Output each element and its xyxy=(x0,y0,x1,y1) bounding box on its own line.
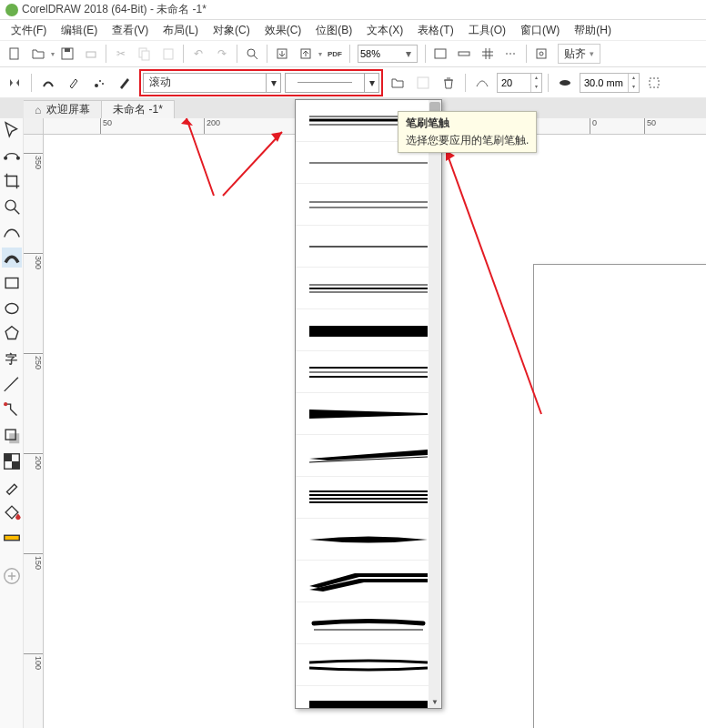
ruler-corner[interactable] xyxy=(24,118,44,135)
title-bar: CorelDRAW 2018 (64-Bit) - 未命名 -1* xyxy=(0,0,706,20)
menu-text[interactable]: 文本(X) xyxy=(361,21,408,40)
brush-item[interactable] xyxy=(296,477,441,519)
browse-folder-button[interactable] xyxy=(387,72,408,94)
brush-item[interactable] xyxy=(296,268,441,309)
print-button[interactable] xyxy=(80,43,102,65)
brush-item[interactable] xyxy=(296,561,441,602)
zoom-input[interactable] xyxy=(360,48,402,59)
delete-stroke-button[interactable] xyxy=(438,72,459,94)
brush-item[interactable] xyxy=(296,519,441,561)
show-guidelines-button[interactable] xyxy=(500,43,522,65)
menu-view[interactable]: 查看(V) xyxy=(106,21,154,40)
menu-edit[interactable]: 编辑(E) xyxy=(55,21,103,40)
vertical-ruler[interactable]: 350300250200150100 xyxy=(24,135,44,728)
crop-tool[interactable] xyxy=(2,171,22,191)
undo-button[interactable]: ↶ xyxy=(187,43,209,65)
rectangle-tool[interactable] xyxy=(2,273,22,293)
svg-point-24 xyxy=(5,200,15,210)
polygon-tool[interactable] xyxy=(2,324,22,344)
publish-pdf-button[interactable]: PDF xyxy=(324,43,346,65)
brush-item[interactable] xyxy=(296,435,441,477)
drop-shadow-tool[interactable] xyxy=(2,426,22,446)
connector-tool[interactable] xyxy=(2,400,22,420)
svg-point-22 xyxy=(4,157,7,160)
brush-item[interactable] xyxy=(296,351,441,393)
sprayer-tool-icon[interactable] xyxy=(88,72,110,94)
text-tool[interactable]: 字 xyxy=(2,349,22,369)
smoothing-input[interactable] xyxy=(498,77,530,88)
menu-tools[interactable]: 工具(O) xyxy=(463,21,511,40)
save-button[interactable] xyxy=(56,43,78,65)
menu-table[interactable]: 表格(T) xyxy=(412,21,459,40)
stroke-width-input[interactable] xyxy=(580,77,628,88)
outline-pen-tool[interactable] xyxy=(2,528,22,548)
interactive-fill-tool[interactable] xyxy=(2,502,22,522)
menu-file[interactable]: 文件(F) xyxy=(5,21,52,40)
zoom-combo[interactable]: ▾ xyxy=(358,45,418,63)
brush-tool-icon[interactable] xyxy=(63,72,85,94)
tab-document[interactable]: 未命名 -1* xyxy=(102,100,175,118)
brush-item[interactable] xyxy=(296,686,441,709)
brush-item[interactable] xyxy=(296,644,441,686)
dropdown-scrollbar[interactable] xyxy=(429,100,441,695)
brush-item[interactable] xyxy=(296,226,441,268)
menu-effect[interactable]: 效果(C) xyxy=(259,21,308,40)
brush-item[interactable] xyxy=(296,602,441,644)
show-grid-button[interactable] xyxy=(477,43,499,65)
brush-item[interactable] xyxy=(296,393,441,435)
menu-bitmap[interactable]: 位图(B) xyxy=(310,21,358,40)
copy-button[interactable] xyxy=(134,43,156,65)
snap-to-combo[interactable]: 贴齐 ▾ xyxy=(558,44,600,64)
svg-rect-19 xyxy=(418,77,429,88)
parallel-dim-tool[interactable] xyxy=(2,375,22,395)
cut-button[interactable]: ✂ xyxy=(110,43,132,65)
options-button[interactable] xyxy=(530,43,552,65)
svg-point-27 xyxy=(5,304,18,314)
svg-line-8 xyxy=(254,56,257,59)
menu-layout[interactable]: 布局(L) xyxy=(157,21,204,40)
open-button[interactable] xyxy=(27,43,49,65)
brush-stroke-dropdown[interactable]: ▼ xyxy=(295,99,442,709)
import-button[interactable] xyxy=(271,43,293,65)
show-rulers-button[interactable] xyxy=(453,43,475,65)
svg-line-65 xyxy=(223,132,282,196)
chevron-down-icon[interactable]: ▾ xyxy=(364,74,378,92)
stroke-category-combo[interactable]: 滚动 ▾ xyxy=(143,73,281,93)
fullscreen-preview-button[interactable] xyxy=(429,43,451,65)
brush-stroke-combo[interactable]: ▾ xyxy=(285,73,379,93)
eyedropper-tool[interactable] xyxy=(2,477,22,497)
menu-window[interactable]: 窗口(W) xyxy=(515,21,565,40)
tab-welcome[interactable]: ⌂ 欢迎屏幕 xyxy=(24,100,102,118)
brush-item[interactable] xyxy=(296,184,441,226)
freehand-tool[interactable] xyxy=(2,222,22,242)
export-button[interactable] xyxy=(295,43,317,65)
stroke-width-box[interactable]: ▴▾ xyxy=(580,73,640,93)
window-title: CorelDRAW 2018 (64-Bit) - 未命名 -1* xyxy=(22,2,207,17)
zoom-tool[interactable] xyxy=(2,197,22,217)
paste-button[interactable] xyxy=(157,43,179,65)
artistic-media-tool[interactable] xyxy=(2,248,22,268)
pick-tool[interactable] xyxy=(2,120,22,140)
quick-customize-button[interactable] xyxy=(2,566,22,586)
redo-button[interactable]: ↷ xyxy=(211,43,233,65)
smoothing-value-box[interactable]: ▴▾ xyxy=(497,73,542,93)
search-content-button[interactable] xyxy=(241,43,263,65)
preset-tool-icon[interactable] xyxy=(37,72,59,94)
ellipse-tool[interactable] xyxy=(2,298,22,318)
shape-tool[interactable] xyxy=(2,146,22,166)
svg-rect-11 xyxy=(435,49,446,58)
save-stroke-button[interactable] xyxy=(412,72,434,94)
chevron-down-icon[interactable]: ▾ xyxy=(402,47,415,60)
transparency-tool[interactable] xyxy=(2,451,22,471)
brush-item[interactable] xyxy=(296,309,441,351)
new-button[interactable] xyxy=(4,43,25,65)
chevron-down-icon[interactable]: ▾ xyxy=(266,74,280,92)
mirror-horizontal-icon[interactable] xyxy=(4,72,25,94)
bounding-box-button[interactable] xyxy=(643,72,665,94)
separator xyxy=(548,74,549,92)
scrollbar-down-arrow-icon[interactable]: ▼ xyxy=(429,695,441,708)
calligraphic-tool-icon[interactable] xyxy=(114,72,136,94)
menu-help[interactable]: 帮助(H) xyxy=(569,21,617,40)
separator xyxy=(267,45,267,63)
menu-object[interactable]: 对象(C) xyxy=(207,21,256,40)
